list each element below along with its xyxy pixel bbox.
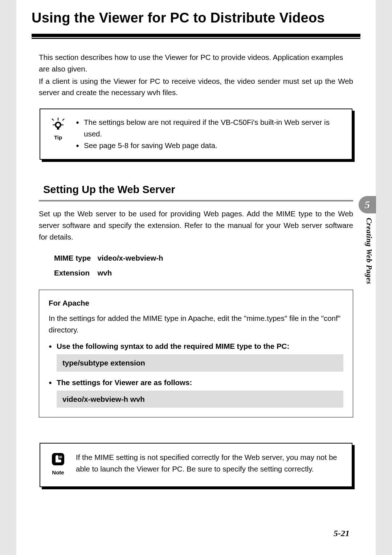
tip-callout: Tip The settings below are not required … [40,109,352,160]
extension-value: wvh [97,266,169,280]
tip-body: The settings below are not required if t… [76,117,344,151]
tip-icon-block: Tip [48,117,68,142]
tip-bullet-2: See page 5-8 for saving Web page data. [76,140,344,151]
mime-type-label: MIME type [54,251,97,265]
apache-code-2: video/x-webview-h wvh [57,391,343,408]
svg-line-7 [62,119,64,121]
svg-rect-2 [57,127,59,130]
svg-rect-10 [59,456,62,457]
extension-label: Extension [54,266,97,280]
intro-paragraph-1: This section describes how to use the Vi… [39,52,353,75]
lightbulb-icon [50,117,66,132]
intro-paragraph-2: If a client is using the Viewer for PC t… [39,76,353,99]
section-heading: Setting Up the Web Server [39,181,353,200]
apache-bullet-1: Use the following syntax to add the requ… [49,340,343,352]
tip-label: Tip [54,133,62,142]
section-body: Set up the Web server to be used for pro… [39,208,353,242]
title-block: Using the Viewer for PC to Distribute Vi… [16,0,376,29]
apache-bullet-2: The settings for Viewer are as follows: [49,377,343,388]
chapter-tab: 5 [359,196,376,213]
mime-type-value: video/x-webview-h [97,251,169,265]
tip-bullet-1: The settings below are not required if t… [76,117,344,140]
svg-line-6 [52,119,54,121]
note-icon-block: Note [48,452,68,477]
apache-box: For Apache In the settings for added the… [39,290,353,417]
note-body: If the MIME setting is not specified cor… [76,452,344,475]
title-rule [32,34,360,37]
apache-code-1: type/subtype extension [57,354,343,372]
apache-body: In the settings for added the MIME type … [49,313,343,336]
page-title: Using the Viewer for PC to Distribute Vi… [32,10,360,26]
table-row: Extension wvh [54,266,169,280]
content-area: This section describes how to use the Vi… [16,37,376,487]
page: Using the Viewer for PC to Distribute Vi… [16,0,376,555]
hand-note-icon [50,452,66,467]
note-callout: Note If the MIME setting is not specifie… [40,443,352,487]
note-label: Note [52,468,64,477]
chapter-title-vertical: Creating Web Pages [364,218,373,284]
table-row: MIME type video/x-webview-h [54,251,169,265]
mime-table: MIME type video/x-webview-h Extension wv… [53,250,170,281]
svg-rect-11 [59,457,62,458]
page-number: 5-21 [334,529,350,538]
svg-point-1 [56,123,60,127]
section-rule [39,200,353,201]
chapter-number: 5 [365,199,370,211]
apache-title: For Apache [49,297,343,309]
